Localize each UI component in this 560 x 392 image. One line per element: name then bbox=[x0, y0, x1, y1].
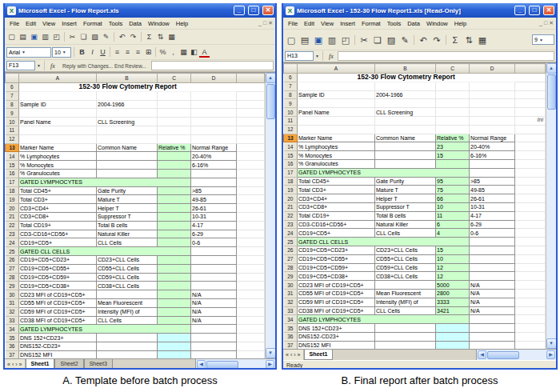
cell-D25[interactable] bbox=[191, 247, 237, 256]
cell-E32[interactable] bbox=[237, 307, 265, 316]
cell-E33[interactable] bbox=[515, 306, 546, 315]
cell-E13[interactable] bbox=[515, 134, 546, 142]
section-header-34[interactable]: GATED LYMPHOCYTES bbox=[19, 325, 191, 334]
sheet-tab-sheet2[interactable]: Sheet2 bbox=[54, 359, 83, 370]
row-header-15[interactable]: 15 bbox=[6, 161, 19, 170]
row-header-20[interactable]: 20 bbox=[284, 194, 298, 203]
cell-A8[interactable]: Sample ID bbox=[19, 100, 97, 109]
cell-D23[interactable]: 6-29 bbox=[470, 220, 515, 229]
row-header-12[interactable]: 12 bbox=[6, 134, 19, 143]
cell-A9[interactable] bbox=[19, 109, 97, 118]
cell-A11[interactable] bbox=[298, 116, 375, 125]
cell-B36[interactable] bbox=[375, 332, 436, 341]
cell-A14[interactable]: % Lymphocytes bbox=[298, 142, 375, 151]
cell-C13[interactable]: Relative % bbox=[158, 143, 191, 152]
bold-icon[interactable]: B bbox=[77, 47, 87, 58]
menu-edit[interactable]: Edit bbox=[301, 18, 318, 30]
row-header-8[interactable]: 8 bbox=[284, 90, 298, 99]
print-icon[interactable]: ▥ bbox=[40, 32, 50, 42]
cell-D18[interactable]: >85 bbox=[191, 186, 237, 195]
paste-icon[interactable]: ▨ bbox=[385, 34, 398, 46]
cell-D32[interactable]: N/A bbox=[191, 307, 237, 316]
select-all-corner[interactable] bbox=[6, 74, 19, 83]
cell-B11[interactable] bbox=[375, 116, 436, 125]
row-header-28[interactable]: 28 bbox=[284, 263, 298, 272]
cell-E15[interactable] bbox=[515, 151, 546, 160]
cell-C19[interactable] bbox=[158, 195, 191, 204]
cell-D23[interactable]: 6-29 bbox=[191, 230, 237, 238]
cell-C35[interactable] bbox=[436, 324, 470, 333]
cell-A24[interactable]: CD19+CD5+ bbox=[19, 238, 97, 247]
autosum-icon[interactable]: Σ bbox=[449, 34, 462, 46]
row-header-25[interactable]: 25 bbox=[6, 247, 19, 256]
cell-B24[interactable]: CLL Cells bbox=[97, 238, 158, 247]
cell-D21[interactable]: 10-31 bbox=[191, 212, 237, 221]
underline-icon[interactable]: U bbox=[98, 47, 108, 58]
row-header-35[interactable]: 35 bbox=[284, 324, 298, 333]
cell-B27[interactable]: CD55+CLL Cells bbox=[97, 264, 158, 273]
cell-C36[interactable] bbox=[436, 332, 470, 341]
cell-E20[interactable] bbox=[515, 194, 546, 203]
cell-C12[interactable] bbox=[158, 134, 191, 143]
cell-E21[interactable] bbox=[237, 212, 265, 221]
cell-C35[interactable] bbox=[158, 334, 191, 342]
row-header-6[interactable]: 6 bbox=[284, 74, 298, 82]
chevron-down-icon[interactable]: ▼ bbox=[315, 54, 319, 58]
row-header-21[interactable]: 21 bbox=[6, 212, 19, 221]
prev-sheet-icon[interactable]: ‹ bbox=[12, 359, 14, 370]
titlebar-b[interactable]: X Microsoft Excel - 152-30 Flow Report1.… bbox=[283, 3, 556, 18]
cell-C11[interactable] bbox=[436, 116, 470, 125]
close-icon[interactable]: ✕ bbox=[262, 6, 274, 15]
cell-D37[interactable] bbox=[470, 341, 515, 349]
cell-C24[interactable]: 4 bbox=[436, 229, 470, 238]
menu-file[interactable]: File bbox=[285, 18, 301, 30]
format-painter-icon[interactable]: ✎ bbox=[101, 32, 111, 42]
row-header-9[interactable]: 9 bbox=[284, 99, 298, 108]
cell-E29[interactable] bbox=[515, 272, 546, 281]
cell-A28[interactable]: CD19+CD5+CD59+ bbox=[298, 263, 375, 272]
cell-D11[interactable] bbox=[470, 116, 515, 125]
cell-E31[interactable] bbox=[237, 298, 265, 307]
cell-A36[interactable]: DNS152-CD23+ bbox=[19, 342, 97, 350]
cell-E27[interactable] bbox=[237, 264, 265, 273]
cell-E34[interactable] bbox=[237, 325, 265, 334]
cell-C26[interactable]: 15 bbox=[436, 246, 470, 254]
row-header-13[interactable]: 13 bbox=[284, 134, 298, 142]
cell-C24[interactable] bbox=[158, 238, 191, 247]
row-header-16[interactable]: 16 bbox=[284, 159, 298, 168]
cell-C20[interactable]: 66 bbox=[436, 194, 470, 203]
row-header-13[interactable]: 13 bbox=[6, 143, 19, 152]
menu-format[interactable]: Format bbox=[80, 18, 106, 30]
cell-E22[interactable] bbox=[515, 211, 546, 220]
cell-E8[interactable] bbox=[515, 90, 546, 99]
workbook-restore-icon[interactable]: □ bbox=[263, 20, 266, 26]
cell-B30[interactable] bbox=[375, 281, 436, 290]
cell-C8[interactable] bbox=[158, 100, 191, 109]
cell-B11[interactable] bbox=[97, 126, 158, 134]
row-header-10[interactable]: 10 bbox=[6, 118, 19, 126]
row-header-21[interactable]: 21 bbox=[284, 202, 298, 211]
cell-B15[interactable] bbox=[97, 161, 158, 170]
cell-C14[interactable] bbox=[158, 152, 191, 161]
row-header-22[interactable]: 22 bbox=[284, 211, 298, 220]
cell-A16[interactable]: % Granulocutes bbox=[19, 169, 97, 178]
row-header-9[interactable]: 9 bbox=[6, 109, 19, 118]
insert-function-icon[interactable]: fx bbox=[326, 53, 336, 60]
cell-D37[interactable] bbox=[191, 350, 237, 358]
row-header-22[interactable]: 22 bbox=[6, 221, 19, 230]
cell-E10[interactable] bbox=[515, 108, 546, 117]
row-header-33[interactable]: 33 bbox=[6, 316, 19, 325]
row-header-17[interactable]: 17 bbox=[6, 178, 19, 186]
cell-A37[interactable]: DNS152 MFI bbox=[19, 350, 97, 358]
cell-E17[interactable] bbox=[237, 178, 265, 186]
cell-B22[interactable]: Total B cells bbox=[375, 211, 436, 220]
open-icon[interactable]: ▤ bbox=[18, 32, 28, 42]
cell-B16[interactable] bbox=[97, 169, 158, 178]
sort-ascending-icon[interactable]: ⇅ bbox=[462, 34, 475, 46]
cell-A11[interactable] bbox=[19, 126, 97, 134]
cell-C9[interactable] bbox=[158, 109, 191, 118]
cell-C7[interactable] bbox=[158, 91, 191, 100]
cell-A7[interactable] bbox=[19, 91, 97, 100]
cell-E6[interactable] bbox=[515, 74, 546, 82]
cell-A9[interactable] bbox=[298, 99, 375, 108]
